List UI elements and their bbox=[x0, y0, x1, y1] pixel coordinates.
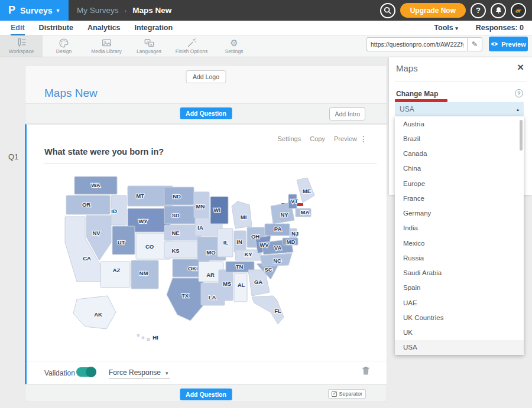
state-or[interactable] bbox=[66, 195, 110, 214]
add-question-band: Add Question Add Intro bbox=[25, 104, 387, 124]
usa-map-container: WAORCANVIDMTWYUTCOAZNMNDSDNEKSOKTXMNIAMO… bbox=[57, 172, 335, 354]
state-mn[interactable] bbox=[194, 192, 209, 218]
map-option-france[interactable]: France bbox=[395, 191, 524, 205]
app-menu-label: Surveys bbox=[20, 6, 52, 15]
question-text[interactable]: What state were you born in? bbox=[44, 147, 377, 164]
tab-analytics[interactable]: Analytics bbox=[87, 21, 121, 35]
state-wa[interactable] bbox=[74, 177, 117, 194]
state-fl[interactable] bbox=[252, 296, 284, 324]
state-mi[interactable] bbox=[232, 201, 252, 229]
divider bbox=[27, 361, 387, 361]
breadcrumb-current: Maps New bbox=[132, 6, 171, 15]
help-circle-icon[interactable]: ? bbox=[515, 89, 523, 97]
state-vt[interactable] bbox=[288, 194, 297, 208]
delete-question-button[interactable] bbox=[362, 366, 370, 378]
map-option-russia[interactable]: Russia bbox=[395, 250, 524, 265]
toggle-knob bbox=[86, 367, 96, 377]
validation-label: Validation bbox=[44, 369, 75, 377]
state-ms[interactable] bbox=[219, 270, 233, 301]
preview-button[interactable]: Preview bbox=[489, 37, 528, 51]
question-settings-link[interactable]: Settings bbox=[277, 135, 301, 142]
state-hi[interactable] bbox=[147, 338, 150, 341]
trash-icon bbox=[362, 366, 370, 376]
add-question-band-bottom: Add Question ✓ Separator bbox=[25, 385, 387, 402]
map-option-saudi-arabia[interactable]: Saudi Arabia bbox=[395, 266, 524, 280]
toolbar-item-finish-options[interactable]: Finish Options bbox=[170, 35, 213, 57]
tab-distribute[interactable]: Distribute bbox=[39, 21, 73, 35]
toolbar-item-languages[interactable]: Aa Languages bbox=[128, 35, 170, 57]
svg-text:A: A bbox=[146, 40, 148, 44]
state-ma[interactable] bbox=[296, 208, 311, 217]
state-pa[interactable] bbox=[265, 224, 290, 236]
scrollbar-thumb[interactable] bbox=[520, 120, 523, 151]
map-option-uae[interactable]: UAE bbox=[395, 295, 524, 310]
state-ak[interactable] bbox=[73, 296, 116, 329]
map-option-mexico[interactable]: Mexico bbox=[395, 236, 524, 250]
question-mark-icon: ? bbox=[476, 6, 481, 15]
map-option-canada[interactable]: Canada bbox=[395, 146, 524, 161]
state-me[interactable] bbox=[297, 178, 314, 203]
map-option-austria[interactable]: Austria bbox=[395, 116, 524, 131]
map-option-uk-countries[interactable]: UK Countries bbox=[395, 310, 524, 325]
upgrade-now-button[interactable]: Upgrade Now bbox=[400, 3, 466, 18]
app-menu[interactable]: P Surveys ▾ bbox=[0, 0, 69, 21]
magic-wand-icon bbox=[186, 38, 197, 48]
state-md[interactable] bbox=[283, 238, 298, 245]
survey-link-input[interactable] bbox=[366, 37, 467, 51]
state-az[interactable] bbox=[100, 262, 130, 288]
survey-title[interactable]: Maps New bbox=[44, 87, 98, 100]
toolbar-item-media-library[interactable]: Media Library bbox=[85, 35, 128, 57]
questionpro-logo-icon: P bbox=[8, 4, 15, 17]
add-question-button-bottom[interactable]: Add Question bbox=[180, 389, 232, 400]
toolbar-item-design[interactable]: Design bbox=[43, 35, 85, 57]
state-id[interactable] bbox=[111, 195, 126, 225]
add-question-button-top[interactable]: Add Question bbox=[180, 107, 232, 119]
map-option-usa[interactable]: USA bbox=[395, 340, 524, 355]
state-nm[interactable] bbox=[131, 260, 158, 289]
map-option-spain[interactable]: Spain bbox=[395, 280, 524, 295]
state-ks[interactable] bbox=[164, 241, 202, 258]
question-copy-link[interactable]: Copy bbox=[310, 135, 325, 142]
map-option-india[interactable]: India bbox=[395, 221, 524, 236]
survey-header-card: Add Logo Maps New bbox=[25, 65, 387, 104]
question-preview-link[interactable]: Preview bbox=[334, 135, 357, 142]
map-option-brazil[interactable]: Brazil bbox=[395, 131, 524, 146]
help-button[interactable]: ? bbox=[471, 3, 486, 18]
add-logo-button[interactable]: Add Logo bbox=[186, 70, 226, 83]
breadcrumb-my-surveys[interactable]: My Surveys bbox=[77, 6, 119, 15]
tab-integration[interactable]: Integration bbox=[135, 21, 173, 35]
map-option-germany[interactable]: Germany bbox=[395, 206, 524, 221]
separator-button[interactable]: ✓ Separator bbox=[328, 389, 366, 399]
responses-count[interactable]: Responses: 0 bbox=[476, 24, 524, 32]
state-al[interactable] bbox=[234, 273, 247, 302]
close-icon[interactable]: × bbox=[517, 61, 524, 74]
state-hi[interactable] bbox=[137, 334, 140, 337]
toolbar-item-workspace[interactable]: Workspace bbox=[0, 35, 43, 57]
validation-type-dropdown[interactable]: Force Response▾ bbox=[109, 368, 170, 379]
notifications-button[interactable] bbox=[491, 3, 506, 18]
kebab-menu-icon[interactable]: ⋮ bbox=[359, 134, 368, 143]
state-nd[interactable] bbox=[164, 187, 194, 205]
edit-link-button[interactable]: ✎ bbox=[467, 37, 482, 51]
map-option-europe[interactable]: Europe bbox=[395, 176, 524, 191]
state-ut[interactable] bbox=[112, 226, 135, 254]
map-select[interactable]: USA ▴ bbox=[395, 102, 524, 116]
search-button[interactable] bbox=[380, 3, 395, 18]
map-option-china[interactable]: China bbox=[395, 161, 524, 176]
state-in[interactable] bbox=[234, 231, 246, 252]
validation-toggle[interactable] bbox=[76, 367, 96, 377]
tools-menu[interactable]: Tools ▾ bbox=[434, 24, 458, 32]
state-hi[interactable] bbox=[142, 337, 144, 339]
account-avatar[interactable] bbox=[511, 3, 526, 18]
state-nc[interactable] bbox=[260, 253, 292, 266]
chevron-down-icon: ▾ bbox=[455, 25, 458, 31]
usa-map[interactable]: WAORCANVIDMTWYUTCOAZNMNDSDNEKSOKTXMNIAMO… bbox=[57, 172, 335, 352]
toolbar-item-settings[interactable]: ⚙ Settings bbox=[213, 35, 255, 57]
state-wi[interactable] bbox=[210, 197, 228, 224]
state-tx[interactable] bbox=[167, 278, 203, 321]
map-option-uk[interactable]: UK bbox=[395, 325, 524, 340]
breadcrumb: My Surveys › Maps New bbox=[77, 6, 171, 15]
tab-edit[interactable]: Edit bbox=[11, 21, 25, 35]
state-il[interactable] bbox=[218, 229, 233, 257]
add-intro-button[interactable]: Add Intro bbox=[329, 107, 365, 120]
